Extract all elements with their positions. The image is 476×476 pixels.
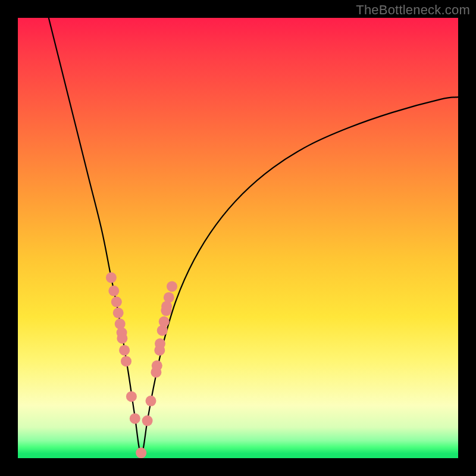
highlight-dot [136, 447, 146, 458]
highlight-dot [126, 391, 137, 402]
highlight-dot [152, 361, 162, 371]
highlight-dot [164, 292, 174, 303]
highlight-dot [113, 308, 124, 318]
chart-frame: TheBottleneck.com [0, 0, 476, 476]
highlight-dot [142, 415, 153, 426]
highlight-dots [106, 273, 177, 458]
highlight-dot [119, 345, 130, 356]
highlight-dot [108, 286, 119, 296]
plot-area [18, 18, 458, 458]
highlight-dot [157, 325, 168, 336]
highlight-dot [146, 396, 156, 406]
highlight-dot [159, 317, 170, 327]
highlight-dot [121, 356, 131, 367]
highlight-dot [155, 339, 165, 349]
watermark-text: TheBottleneck.com [356, 2, 470, 18]
bottleneck-curve [49, 18, 458, 454]
highlight-dot [130, 413, 140, 424]
highlight-dot [167, 281, 177, 292]
highlight-dot [106, 273, 117, 283]
highlight-dot [117, 333, 127, 344]
curve-svg [18, 18, 458, 458]
highlight-dot [111, 296, 122, 307]
